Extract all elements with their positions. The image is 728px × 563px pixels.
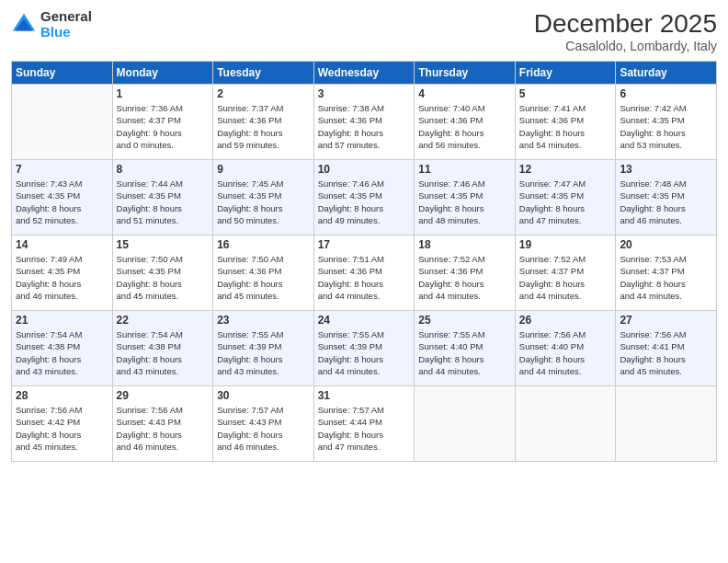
calendar-cell: 11Sunrise: 7:46 AMSunset: 4:35 PMDayligh…: [415, 160, 516, 236]
calendar-cell: 17Sunrise: 7:51 AMSunset: 4:36 PMDayligh…: [313, 236, 415, 311]
day-info: Sunrise: 7:46 AMSunset: 4:35 PMDaylight:…: [418, 178, 511, 226]
day-number: 29: [117, 389, 210, 402]
day-info: Sunrise: 7:56 AMSunset: 4:42 PMDaylight:…: [16, 404, 108, 453]
day-info: Sunrise: 7:56 AMSunset: 4:43 PMDaylight:…: [117, 404, 210, 453]
day-info: Sunrise: 7:55 AMSunset: 4:39 PMDaylight:…: [318, 328, 411, 377]
header-day-sunday: Sunday: [12, 62, 113, 85]
header-day-thursday: Thursday: [415, 62, 516, 85]
day-info: Sunrise: 7:43 AMSunset: 4:35 PMDaylight:…: [16, 178, 108, 226]
day-number: 5: [519, 87, 612, 100]
day-number: 14: [16, 238, 108, 251]
day-number: 10: [318, 163, 411, 176]
calendar-cell: 28Sunrise: 7:56 AMSunset: 4:42 PMDayligh…: [12, 386, 113, 462]
week-row-3: 21Sunrise: 7:54 AMSunset: 4:38 PMDayligh…: [12, 311, 717, 386]
day-number: 6: [620, 87, 712, 100]
calendar-cell: 16Sunrise: 7:50 AMSunset: 4:36 PMDayligh…: [213, 236, 314, 311]
calendar-cell: 12Sunrise: 7:47 AMSunset: 4:35 PMDayligh…: [515, 160, 616, 236]
calendar-cell: 6Sunrise: 7:42 AMSunset: 4:35 PMDaylight…: [616, 85, 717, 160]
day-info: Sunrise: 7:54 AMSunset: 4:38 PMDaylight:…: [117, 328, 210, 377]
day-info: Sunrise: 7:55 AMSunset: 4:39 PMDaylight:…: [217, 328, 310, 377]
day-number: 7: [16, 163, 108, 176]
day-number: 4: [418, 87, 511, 100]
day-number: 21: [16, 314, 108, 327]
day-info: Sunrise: 7:48 AMSunset: 4:35 PMDaylight:…: [620, 178, 712, 226]
day-info: Sunrise: 7:49 AMSunset: 4:35 PMDaylight:…: [16, 253, 108, 302]
logo-blue: Blue: [40, 25, 92, 40]
day-number: 20: [620, 238, 712, 251]
day-number: 24: [318, 314, 411, 327]
week-row-1: 7Sunrise: 7:43 AMSunset: 4:35 PMDaylight…: [12, 160, 717, 236]
day-info: Sunrise: 7:55 AMSunset: 4:40 PMDaylight:…: [418, 328, 511, 377]
calendar-cell: 2Sunrise: 7:37 AMSunset: 4:36 PMDaylight…: [213, 85, 314, 160]
day-number: 1: [117, 87, 210, 100]
day-info: Sunrise: 7:41 AMSunset: 4:36 PMDaylight:…: [519, 102, 612, 151]
calendar-cell: 23Sunrise: 7:55 AMSunset: 4:39 PMDayligh…: [213, 311, 314, 386]
day-info: Sunrise: 7:50 AMSunset: 4:36 PMDaylight:…: [217, 253, 310, 302]
day-info: Sunrise: 7:38 AMSunset: 4:36 PMDaylight:…: [318, 102, 411, 151]
day-number: 26: [519, 314, 612, 327]
day-number: 22: [117, 314, 210, 327]
day-info: Sunrise: 7:57 AMSunset: 4:44 PMDaylight:…: [318, 404, 411, 453]
day-info: Sunrise: 7:46 AMSunset: 4:35 PMDaylight:…: [318, 178, 411, 226]
day-number: 15: [117, 238, 210, 251]
header: General Blue December 2025 Casaloldo, Lo…: [11, 9, 717, 53]
calendar-cell: 24Sunrise: 7:55 AMSunset: 4:39 PMDayligh…: [313, 311, 415, 386]
calendar-cell: 20Sunrise: 7:53 AMSunset: 4:37 PMDayligh…: [616, 236, 717, 311]
calendar-cell: 22Sunrise: 7:54 AMSunset: 4:38 PMDayligh…: [112, 311, 213, 386]
day-info: Sunrise: 7:47 AMSunset: 4:35 PMDaylight:…: [519, 178, 612, 226]
month-title: December 2025: [534, 9, 717, 39]
day-number: 11: [418, 163, 511, 176]
day-info: Sunrise: 7:54 AMSunset: 4:38 PMDaylight:…: [16, 328, 108, 377]
day-number: 18: [418, 238, 511, 251]
day-number: 16: [217, 238, 310, 251]
day-number: 13: [620, 163, 712, 176]
day-number: 2: [217, 87, 310, 100]
calendar-cell: 25Sunrise: 7:55 AMSunset: 4:40 PMDayligh…: [415, 311, 516, 386]
day-info: Sunrise: 7:57 AMSunset: 4:43 PMDaylight:…: [217, 404, 310, 453]
day-number: 17: [318, 238, 411, 251]
calendar-cell: 31Sunrise: 7:57 AMSunset: 4:44 PMDayligh…: [313, 386, 415, 462]
day-info: Sunrise: 7:42 AMSunset: 4:35 PMDaylight:…: [620, 102, 712, 151]
day-number: 30: [217, 389, 310, 402]
calendar-body: 1Sunrise: 7:36 AMSunset: 4:37 PMDaylight…: [12, 85, 717, 462]
calendar-cell: 30Sunrise: 7:57 AMSunset: 4:43 PMDayligh…: [213, 386, 314, 462]
header-day-wednesday: Wednesday: [313, 62, 415, 85]
week-row-4: 28Sunrise: 7:56 AMSunset: 4:42 PMDayligh…: [12, 386, 717, 462]
calendar-cell: 26Sunrise: 7:56 AMSunset: 4:40 PMDayligh…: [515, 311, 616, 386]
logo-icon: [11, 12, 37, 38]
calendar-cell: [12, 85, 113, 160]
header-day-saturday: Saturday: [616, 62, 717, 85]
day-info: Sunrise: 7:40 AMSunset: 4:36 PMDaylight:…: [418, 102, 511, 151]
day-info: Sunrise: 7:44 AMSunset: 4:35 PMDaylight:…: [117, 178, 210, 226]
day-info: Sunrise: 7:50 AMSunset: 4:35 PMDaylight:…: [117, 253, 210, 302]
day-number: 27: [620, 314, 712, 327]
calendar-cell: 3Sunrise: 7:38 AMSunset: 4:36 PMDaylight…: [313, 85, 415, 160]
day-number: 9: [217, 163, 310, 176]
day-number: 8: [117, 163, 210, 176]
day-info: Sunrise: 7:52 AMSunset: 4:36 PMDaylight:…: [418, 253, 511, 302]
day-number: 3: [318, 87, 411, 100]
header-day-tuesday: Tuesday: [213, 62, 314, 85]
header-day-friday: Friday: [515, 62, 616, 85]
page-container: General Blue December 2025 Casaloldo, Lo…: [0, 0, 728, 563]
calendar-cell: [616, 386, 717, 462]
calendar-cell: 8Sunrise: 7:44 AMSunset: 4:35 PMDaylight…: [112, 160, 213, 236]
title-block: December 2025 Casaloldo, Lombardy, Italy: [534, 9, 717, 53]
header-day-monday: Monday: [112, 62, 213, 85]
day-info: Sunrise: 7:37 AMSunset: 4:36 PMDaylight:…: [217, 102, 310, 151]
day-info: Sunrise: 7:52 AMSunset: 4:37 PMDaylight:…: [519, 253, 612, 302]
calendar-cell: 21Sunrise: 7:54 AMSunset: 4:38 PMDayligh…: [12, 311, 113, 386]
day-info: Sunrise: 7:56 AMSunset: 4:41 PMDaylight:…: [620, 328, 712, 377]
logo-general: General: [40, 9, 92, 25]
calendar-cell: 4Sunrise: 7:40 AMSunset: 4:36 PMDaylight…: [415, 85, 516, 160]
location: Casaloldo, Lombardy, Italy: [534, 39, 717, 53]
calendar-cell: [515, 386, 616, 462]
calendar-cell: 15Sunrise: 7:50 AMSunset: 4:35 PMDayligh…: [112, 236, 213, 311]
calendar-cell: 27Sunrise: 7:56 AMSunset: 4:41 PMDayligh…: [616, 311, 717, 386]
calendar-cell: 19Sunrise: 7:52 AMSunset: 4:37 PMDayligh…: [515, 236, 616, 311]
day-number: 28: [16, 389, 108, 402]
day-info: Sunrise: 7:51 AMSunset: 4:36 PMDaylight:…: [318, 253, 411, 302]
day-info: Sunrise: 7:56 AMSunset: 4:40 PMDaylight:…: [519, 328, 612, 377]
day-number: 25: [418, 314, 511, 327]
calendar-cell: 5Sunrise: 7:41 AMSunset: 4:36 PMDaylight…: [515, 85, 616, 160]
